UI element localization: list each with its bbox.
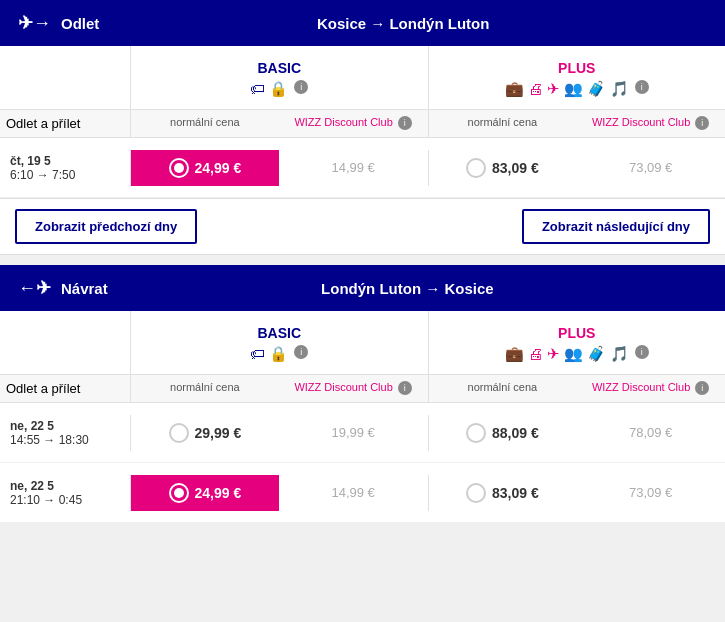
return-plus-header: PLUS 💼 🖨 ✈ 👥 🧳 🎵 i	[428, 311, 726, 374]
departure-basic-wizz-header: WIZZ Discount Club i	[279, 110, 428, 137]
departure-basic-radio	[169, 158, 189, 178]
departure-next-button[interactable]: Zobrazit následující dny	[522, 209, 710, 244]
return-header: ←✈ Návrat Londýn Luton → Kosice	[0, 265, 725, 311]
return-plus-price-value-1: 83,09 €	[492, 485, 539, 501]
departure-route: Kosice → Londýn Luton	[99, 15, 707, 32]
return-plus-plane-icon: ✈	[547, 345, 560, 363]
return-plus-luggage-icon: 🧳	[587, 345, 606, 363]
departure-plus-price-value: 83,09 €	[492, 160, 539, 176]
return-basic-price-value-1: 24,99 €	[195, 485, 242, 501]
return-flight-row-1: ne, 22 5 21:10 → 0:45 24,99 € 14,99 € 83…	[0, 463, 725, 523]
return-flight-time-1: ne, 22 5 21:10 → 0:45	[0, 469, 130, 517]
departure-basic-wizz-info[interactable]: i	[398, 116, 412, 130]
return-plus-radio-0	[466, 423, 486, 443]
return-plus-price-0[interactable]: 88,09 €	[428, 415, 577, 451]
return-basic-normal-header: normální cena	[130, 375, 279, 402]
return-basic-price-value-0: 29,99 €	[195, 425, 242, 441]
return-flight-day-0: ne, 22 5	[10, 419, 120, 433]
departure-flight-row-0: čt, 19 5 6:10 → 7:50 24,99 € 14,99 € 83,…	[0, 138, 725, 198]
departure-section: ✈→ Odlet Kosice → Londýn Luton BASIC 🏷 🔒…	[0, 0, 725, 255]
return-section: ←✈ Návrat Londýn Luton → Kosice BASIC 🏷 …	[0, 265, 725, 523]
return-basic-price-selected-1[interactable]: 24,99 €	[130, 475, 279, 511]
plus-luggage-icon: 🧳	[587, 80, 606, 98]
plus-print-icon: 🖨	[528, 80, 543, 98]
return-flight-day-1: ne, 22 5	[10, 479, 120, 493]
return-plus-bag-icon: 💼	[505, 345, 524, 363]
return-basic-info-icon[interactable]: i	[294, 345, 308, 359]
departure-empty-col	[0, 46, 130, 109]
return-row-label: Odlet a přílet	[0, 375, 130, 402]
departure-plus-label: PLUS	[553, 52, 600, 80]
departure-nav-buttons: Zobrazit předchozí dny Zobrazit následuj…	[0, 198, 725, 255]
departure-sub-headers: Odlet a přílet normální cena WIZZ Discou…	[0, 109, 725, 138]
return-plus-print-icon: 🖨	[528, 345, 543, 363]
return-flight-time-0: ne, 22 5 14:55 → 18:30	[0, 409, 130, 457]
departure-direction-label: Odlet	[61, 15, 99, 32]
return-basic-label: BASIC	[252, 317, 306, 345]
return-basic-discount-0[interactable]: 19,99 €	[279, 417, 428, 448]
return-plus-music-icon: 🎵	[610, 345, 629, 363]
return-basic-radio-0	[169, 423, 189, 443]
return-plus-discount-value-1: 73,09 €	[629, 485, 672, 500]
departure-basic-discount-value: 14,99 €	[331, 160, 374, 175]
return-plus-wizz-header: WIZZ Discount Club i	[576, 375, 725, 402]
return-plus-radio-1	[466, 483, 486, 503]
departure-plus-price[interactable]: 83,09 €	[428, 150, 577, 186]
departure-basic-header: BASIC 🏷 🔒 i	[130, 46, 428, 109]
departure-flight-day: čt, 19 5	[10, 154, 120, 168]
return-basic-price-0[interactable]: 29,99 €	[130, 415, 279, 451]
return-plus-wizz-info[interactable]: i	[695, 381, 709, 395]
return-basic-lock-icon: 🔒	[269, 345, 288, 363]
departure-basic-label: BASIC	[252, 52, 306, 80]
return-flight-times-0: 14:55 → 18:30	[10, 433, 120, 447]
departure-row-label: Odlet a přílet	[0, 110, 130, 137]
return-basic-header: BASIC 🏷 🔒 i	[130, 311, 428, 374]
return-arrow-icon: ←✈	[18, 277, 51, 299]
departure-plus-discount-value: 73,09 €	[629, 160, 672, 175]
departure-arrow-icon: ✈→	[18, 12, 51, 34]
departure-plus-normal-header: normální cena	[428, 110, 577, 137]
return-plus-discount-value-0: 78,09 €	[629, 425, 672, 440]
departure-plus-header: PLUS 💼 🖨 ✈ 👥 🧳 🎵 i	[428, 46, 726, 109]
return-col-headers: BASIC 🏷 🔒 i PLUS 💼 🖨 ✈ 👥 🧳 🎵 i	[0, 311, 725, 374]
plus-people-icon: 👥	[564, 80, 583, 98]
departure-header: ✈→ Odlet Kosice → Londýn Luton	[0, 0, 725, 46]
departure-basic-normal-header: normální cena	[130, 110, 279, 137]
departure-col-headers: BASIC 🏷 🔒 i PLUS 💼 🖨 ✈ 👥 🧳 🎵 i	[0, 46, 725, 109]
return-plus-normal-header: normální cena	[428, 375, 577, 402]
return-basic-radio-1	[169, 483, 189, 503]
departure-prev-button[interactable]: Zobrazit předchozí dny	[15, 209, 197, 244]
return-plus-discount-1[interactable]: 73,09 €	[576, 477, 725, 508]
departure-basic-price-value: 24,99 €	[195, 160, 242, 176]
return-basic-wizz-info[interactable]: i	[398, 381, 412, 395]
return-plus-people-icon: 👥	[564, 345, 583, 363]
return-plus-discount-0[interactable]: 78,09 €	[576, 417, 725, 448]
return-basic-wizz-header: WIZZ Discount Club i	[279, 375, 428, 402]
plus-info-icon[interactable]: i	[635, 80, 649, 94]
basic-tag-icon: 🏷	[250, 80, 265, 98]
departure-flight-time: čt, 19 5 6:10 → 7:50	[0, 144, 130, 192]
return-plus-info-icon[interactable]: i	[635, 345, 649, 359]
return-sub-headers: Odlet a přílet normální cena WIZZ Discou…	[0, 374, 725, 403]
plus-music-icon: 🎵	[610, 80, 629, 98]
return-direction-label: Návrat	[61, 280, 108, 297]
return-route: Londýn Luton → Kosice	[108, 280, 707, 297]
departure-plus-wizz-header: WIZZ Discount Club i	[576, 110, 725, 137]
return-plus-label: PLUS	[553, 317, 600, 345]
departure-plus-discount-price[interactable]: 73,09 €	[576, 152, 725, 183]
plus-bag-icon: 💼	[505, 80, 524, 98]
return-basic-discount-value-1: 14,99 €	[331, 485, 374, 500]
departure-plus-radio	[466, 158, 486, 178]
departure-basic-price-selected[interactable]: 24,99 €	[130, 150, 279, 186]
basic-info-icon[interactable]: i	[294, 80, 308, 94]
plus-plane-icon: ✈	[547, 80, 560, 98]
departure-flight-times: 6:10 → 7:50	[10, 168, 120, 182]
return-basic-discount-value-0: 19,99 €	[331, 425, 374, 440]
basic-lock-icon: 🔒	[269, 80, 288, 98]
departure-plus-wizz-info[interactable]: i	[695, 116, 709, 130]
return-basic-tag-icon: 🏷	[250, 345, 265, 363]
departure-basic-discount-price[interactable]: 14,99 €	[279, 152, 428, 183]
return-flight-times-1: 21:10 → 0:45	[10, 493, 120, 507]
return-basic-discount-1[interactable]: 14,99 €	[279, 477, 428, 508]
return-plus-price-1[interactable]: 83,09 €	[428, 475, 577, 511]
